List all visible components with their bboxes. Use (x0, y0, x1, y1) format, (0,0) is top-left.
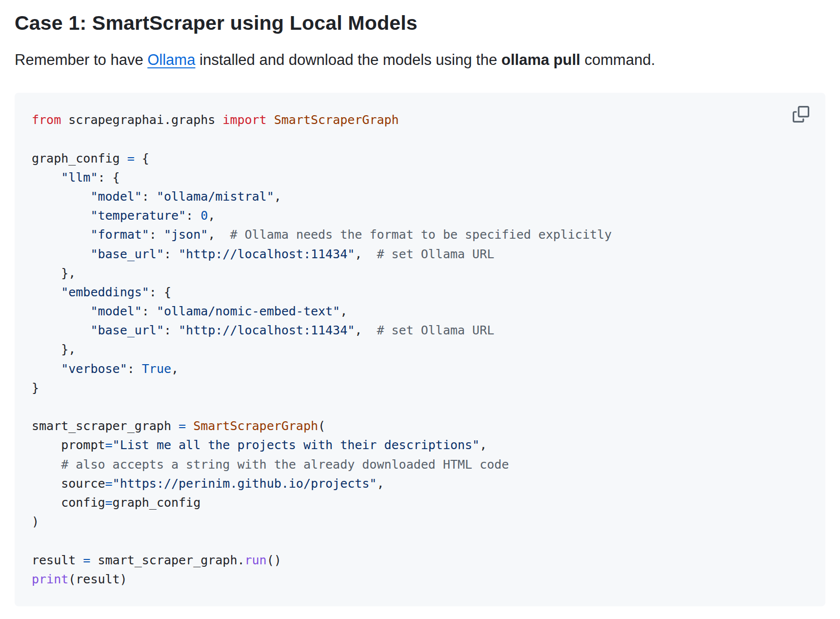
code-line: "format": "json", # Ollama needs the for… (32, 225, 808, 244)
code-line: "base_url": "http://localhost:11434", # … (32, 245, 808, 264)
intro-bold-command: ollama pull (501, 51, 580, 68)
page-title: Case 1: SmartScraper using Local Models (15, 10, 825, 36)
code-line: prompt="List me all the projects with th… (32, 435, 808, 454)
intro-paragraph: Remember to have Ollama installed and do… (15, 49, 825, 71)
intro-text-before-link: Remember to have (15, 51, 147, 68)
intro-text-middle: installed and download the models using … (195, 51, 501, 68)
code-line (32, 397, 808, 416)
code-line (32, 129, 808, 148)
code-line (32, 531, 808, 550)
copy-button[interactable] (791, 104, 811, 124)
code-line: # also accepts a string with the already… (32, 455, 808, 474)
code-line: "verbose": True, (32, 359, 808, 378)
code-lines: from scrapegraphai.graphs import SmartSc… (32, 110, 808, 589)
code-line: }, (32, 264, 808, 283)
code-line: } (32, 378, 808, 397)
intro-text-after: command. (580, 51, 655, 68)
code-line: source="https://perinim.github.io/projec… (32, 474, 808, 493)
code-line: }, (32, 340, 808, 359)
code-line: smart_scraper_graph = SmartScraperGraph( (32, 416, 808, 435)
code-block: from scrapegraphai.graphs import SmartSc… (15, 93, 825, 606)
code-line: config=graph_config (32, 493, 808, 512)
code-line: print(result) (32, 570, 808, 589)
code-line: "model": "ollama/mistral", (32, 187, 808, 206)
code-line: result = smart_scraper_graph.run() (32, 551, 808, 570)
code-line: "model": "ollama/nomic-embed-text", (32, 302, 808, 321)
code-line: "llm": { (32, 168, 808, 187)
code-line: from scrapegraphai.graphs import SmartSc… (32, 110, 808, 129)
code-line: "embeddings": { (32, 283, 808, 302)
code-line: "base_url": "http://localhost:11434", # … (32, 321, 808, 340)
code-line: "temperature": 0, (32, 206, 808, 225)
code-line: ) (32, 512, 808, 531)
copy-icon (793, 106, 809, 123)
ollama-link[interactable]: Ollama (147, 51, 195, 68)
code-line: graph_config = { (32, 149, 808, 168)
